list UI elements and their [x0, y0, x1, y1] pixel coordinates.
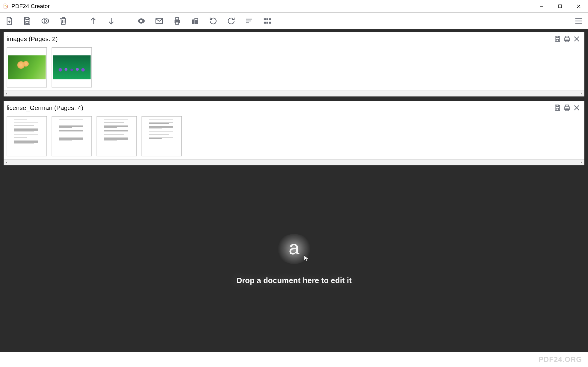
new-file-button[interactable]: [4, 15, 15, 27]
drop-glyph: a: [289, 237, 300, 259]
svg-rect-46: [566, 105, 569, 107]
text-page-preview: [12, 118, 42, 155]
svg-rect-32: [269, 22, 271, 24]
window-close-button[interactable]: [569, 0, 588, 13]
svg-rect-23: [195, 19, 198, 20]
svg-rect-44: [556, 108, 559, 110]
email-button[interactable]: [154, 15, 165, 27]
document-panel[interactable]: license_German (Pages: 4): [4, 101, 584, 165]
document-save-button[interactable]: [553, 34, 562, 44]
move-up-button[interactable]: [88, 15, 99, 27]
save-button[interactable]: [22, 15, 33, 27]
drop-orb-icon: a: [276, 234, 312, 264]
document-pages: [4, 44, 584, 90]
app-icon: [2, 3, 10, 10]
image-preview: [8, 55, 46, 79]
document-close-button[interactable]: [572, 103, 581, 113]
text-page-preview: [57, 118, 87, 155]
window-maximize-button[interactable]: [551, 0, 569, 13]
grid-button[interactable]: [261, 15, 273, 27]
svg-rect-27: [264, 18, 266, 20]
svg-rect-29: [269, 18, 271, 20]
print-button[interactable]: [172, 15, 183, 27]
document-print-button[interactable]: [562, 34, 572, 44]
svg-point-16: [140, 20, 142, 22]
page-thumbnail[interactable]: [97, 116, 137, 156]
svg-rect-39: [566, 36, 569, 38]
scroll-left-icon[interactable]: ◂: [5, 92, 7, 96]
page-thumbnail[interactable]: [52, 47, 92, 87]
app-title: PDF24 Creator: [11, 3, 50, 10]
document-title: license_German (Pages: 4): [7, 104, 83, 111]
svg-rect-43: [556, 105, 559, 106]
text-page-preview: [102, 118, 132, 155]
document-close-button[interactable]: [572, 34, 581, 44]
svg-rect-37: [556, 39, 559, 41]
preview-button[interactable]: [136, 15, 147, 27]
svg-rect-28: [267, 18, 268, 20]
page-thumbnail[interactable]: [52, 116, 92, 156]
footer-brand: PDF24.ORG: [539, 355, 582, 364]
text-page-preview: [147, 118, 177, 155]
svg-point-0: [4, 5, 6, 6]
svg-rect-20: [176, 22, 179, 25]
page-thumbnail[interactable]: [7, 116, 47, 156]
document-panel[interactable]: images (Pages: 2) ◂ ▸: [4, 32, 584, 96]
cursor-icon: [303, 255, 310, 263]
document-header: license_German (Pages: 4): [4, 101, 584, 113]
document-print-button[interactable]: [562, 103, 572, 113]
sort-button[interactable]: [243, 15, 255, 27]
svg-rect-9: [26, 21, 29, 24]
delete-button[interactable]: [58, 15, 69, 27]
svg-rect-30: [264, 22, 266, 24]
document-pages: [4, 113, 584, 159]
footer: PDF24.ORG: [0, 352, 588, 367]
document-save-button[interactable]: [553, 103, 562, 113]
svg-rect-31: [267, 22, 268, 24]
fax-button[interactable]: [190, 15, 201, 27]
document-header: images (Pages: 2): [4, 32, 584, 44]
scroll-right-icon[interactable]: ▸: [581, 92, 583, 96]
workspace: images (Pages: 2) ◂ ▸: [0, 29, 588, 352]
image-preview: [53, 55, 91, 79]
dropzone[interactable]: a Drop a document here to edit it: [4, 170, 584, 349]
svg-rect-36: [556, 36, 559, 37]
merge-button[interactable]: [40, 15, 51, 27]
document-title: images (Pages: 2): [7, 35, 58, 43]
svg-point-1: [6, 6, 7, 7]
svg-rect-21: [192, 19, 194, 24]
titlebar: PDF24 Creator: [0, 0, 588, 13]
svg-rect-19: [176, 18, 179, 20]
svg-rect-8: [26, 18, 29, 19]
move-down-button[interactable]: [106, 15, 117, 27]
page-thumbnail[interactable]: [142, 116, 182, 156]
scroll-left-icon[interactable]: ◂: [5, 161, 7, 164]
window-minimize-button[interactable]: [532, 0, 551, 13]
dropzone-text: Drop a document here to edit it: [236, 276, 351, 285]
document-scrollbar[interactable]: ◂ ▸: [4, 90, 584, 96]
page-thumbnail[interactable]: [7, 47, 47, 87]
scroll-right-icon[interactable]: ▸: [581, 161, 583, 164]
rotate-ccw-button[interactable]: [207, 15, 219, 27]
svg-rect-3: [559, 5, 562, 8]
toolbar: [0, 13, 588, 29]
document-scrollbar[interactable]: ◂ ▸: [4, 159, 584, 165]
menu-button[interactable]: [573, 15, 584, 27]
rotate-cw-button[interactable]: [225, 15, 237, 27]
